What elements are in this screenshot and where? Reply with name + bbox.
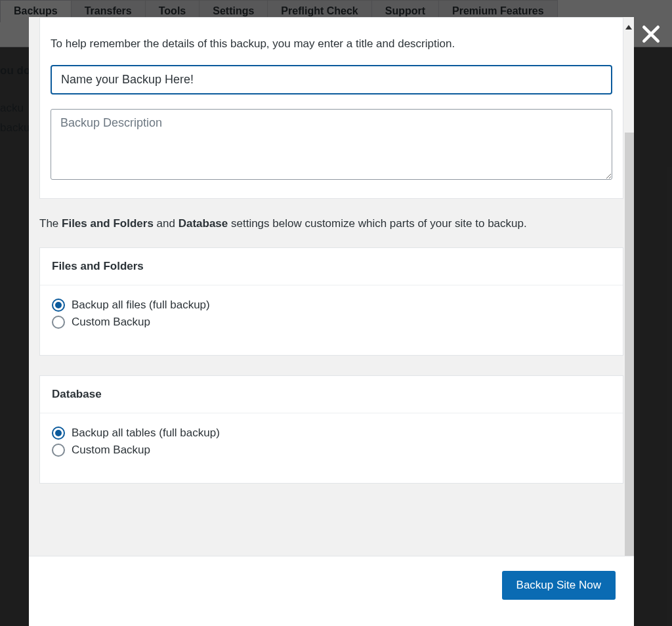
text-fragment: and	[154, 217, 178, 230]
sections-intro-text: The Files and Folders and Database setti…	[39, 217, 623, 230]
close-icon[interactable]	[640, 24, 662, 45]
scrollbar[interactable]	[625, 133, 634, 556]
text-fragment: The	[39, 217, 62, 230]
bg-text-fragment: ou do	[0, 64, 30, 77]
radio-icon	[52, 299, 65, 312]
db-option-custom[interactable]: Custom Backup	[52, 444, 611, 457]
text-bold-files: Files and Folders	[62, 217, 154, 230]
radio-label: Custom Backup	[72, 444, 150, 457]
backup-intro-text: To help remember the details of this bac…	[51, 37, 612, 51]
files-folders-header: Files and Folders	[40, 248, 623, 285]
db-option-full[interactable]: Backup all tables (full backup)	[52, 427, 611, 440]
radio-icon	[52, 316, 65, 329]
text-bold-db: Database	[178, 217, 228, 230]
files-option-custom[interactable]: Custom Backup	[52, 316, 611, 329]
backup-description-textarea[interactable]	[51, 109, 612, 180]
files-folders-section: Files and Folders Backup all files (full…	[39, 247, 623, 356]
files-option-full[interactable]: Backup all files (full backup)	[52, 299, 611, 312]
radio-icon	[52, 427, 65, 440]
text-fragment: settings below customize which parts of …	[228, 217, 526, 230]
bg-text-fragment: acku	[0, 102, 24, 115]
database-header: Database	[40, 376, 623, 413]
radio-icon	[52, 444, 65, 457]
backup-name-input[interactable]	[51, 65, 612, 94]
radio-label: Custom Backup	[72, 316, 150, 329]
backup-name-card: To help remember the details of this bac…	[39, 17, 623, 199]
scroll-up-arrow-icon[interactable]	[625, 25, 632, 30]
backup-site-now-button[interactable]: Backup Site Now	[502, 571, 616, 600]
radio-label: Backup all files (full backup)	[72, 299, 210, 312]
bg-text-fragment: backu	[0, 121, 30, 135]
radio-label: Backup all tables (full backup)	[72, 427, 220, 440]
modal-footer: Backup Site Now	[29, 556, 634, 626]
backup-modal: To help remember the details of this bac…	[29, 17, 634, 626]
database-section: Database Backup all tables (full backup)…	[39, 375, 623, 484]
